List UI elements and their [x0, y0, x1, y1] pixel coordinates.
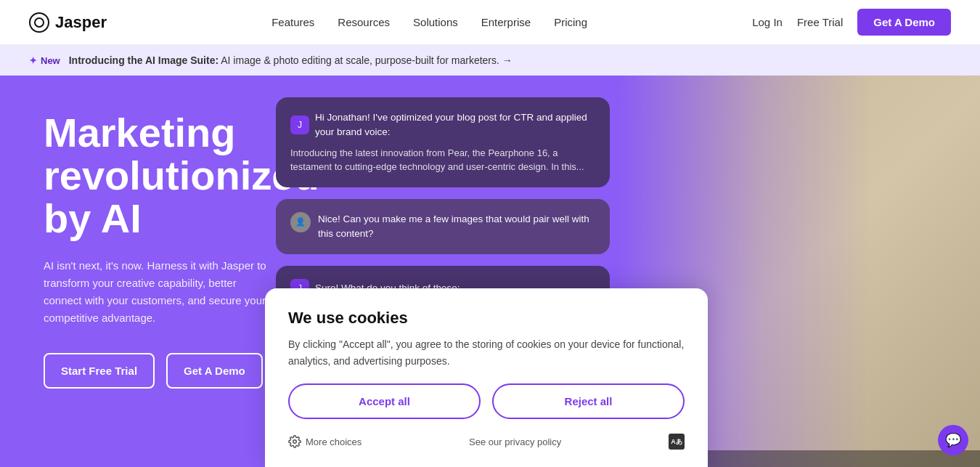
- cookie-description: By clicking "Accept all", you agree to t…: [288, 336, 685, 369]
- more-choices-label: More choices: [306, 436, 362, 447]
- chat-bubble-2-text: Nice! Can you make me a few images that …: [318, 212, 595, 242]
- logo-text: Jasper: [55, 13, 107, 32]
- announcement-rest: AI image & photo editing at scale, purpo…: [221, 54, 499, 66]
- cookie-footer: More choices See our privacy policy Aあ: [288, 434, 685, 450]
- chat-bubble-1-header: Hi Jonathan! I've optimized your blog po…: [315, 110, 595, 140]
- get-demo-button[interactable]: Get A Demo: [857, 9, 951, 36]
- hero-buttons: Start Free Trial Get A Demo: [44, 353, 276, 389]
- chat-widget-icon: 💬: [945, 432, 961, 448]
- logo-icon: [29, 12, 49, 33]
- jasper-avatar: J: [290, 115, 309, 134]
- navbar: Jasper Features Resources Solutions Ente…: [0, 0, 980, 45]
- privacy-policy-link[interactable]: See our privacy policy: [469, 436, 561, 447]
- chat-bubble-user: 👤 Nice! Can you make me a few images tha…: [276, 199, 610, 255]
- privacy-policy-label: See our privacy policy: [469, 436, 561, 447]
- announcement-text: Introducing the AI Image Suite: AI image…: [69, 54, 513, 66]
- hero-title: Marketing revolutionized by AI: [44, 112, 276, 240]
- new-badge: ✦ New: [29, 55, 60, 66]
- gear-icon: [288, 435, 301, 448]
- chat-header-1: J Hi Jonathan! I've optimized your blog …: [290, 110, 595, 140]
- reject-all-button[interactable]: Reject all: [492, 383, 685, 419]
- hero-subtitle: AI isn't next, it's now. Harness it with…: [44, 257, 276, 327]
- nav-features[interactable]: Features: [271, 16, 314, 28]
- chat-bubble-1-body: Introducing the latest innovation from P…: [290, 146, 595, 174]
- translate-icon[interactable]: Aあ: [669, 434, 685, 450]
- user-avatar: 👤: [290, 212, 311, 232]
- announcement-arrow: →: [502, 54, 513, 66]
- star-icon: ✦: [29, 55, 37, 66]
- chat-widget-button[interactable]: 💬: [938, 425, 968, 455]
- logo[interactable]: Jasper: [29, 12, 107, 33]
- hero-left: Marketing revolutionized by AI AI isn't …: [0, 76, 305, 418]
- start-free-trial-button[interactable]: Start Free Trial: [44, 353, 155, 389]
- cookie-title: We use cookies: [288, 309, 685, 328]
- nav-links: Features Resources Solutions Enterprise …: [271, 16, 587, 28]
- announcement-bold: Introducing the AI Image Suite:: [69, 54, 219, 66]
- nav-enterprise[interactable]: Enterprise: [481, 16, 531, 28]
- translate-icon-text: Aあ: [671, 437, 682, 447]
- chat-bubble-ai-1: J Hi Jonathan! I've optimized your blog …: [276, 97, 610, 187]
- cookie-banner: We use cookies By clicking "Accept all",…: [265, 288, 708, 467]
- nav-resources[interactable]: Resources: [338, 16, 390, 28]
- accept-all-button[interactable]: Accept all: [288, 383, 481, 419]
- nav-right: Log In Free Trial Get A Demo: [752, 9, 951, 36]
- login-link[interactable]: Log In: [752, 16, 783, 28]
- cookie-buttons: Accept all Reject all: [288, 383, 685, 419]
- free-trial-link[interactable]: Free Trial: [797, 16, 843, 28]
- new-badge-label: New: [41, 55, 60, 66]
- nav-solutions[interactable]: Solutions: [413, 16, 458, 28]
- nav-pricing[interactable]: Pricing: [554, 16, 587, 28]
- hero-get-demo-button[interactable]: Get A Demo: [166, 353, 263, 389]
- more-choices-link[interactable]: More choices: [288, 435, 362, 448]
- announcement-bar[interactable]: ✦ New Introducing the AI Image Suite: AI…: [0, 45, 980, 76]
- svg-point-0: [293, 440, 297, 444]
